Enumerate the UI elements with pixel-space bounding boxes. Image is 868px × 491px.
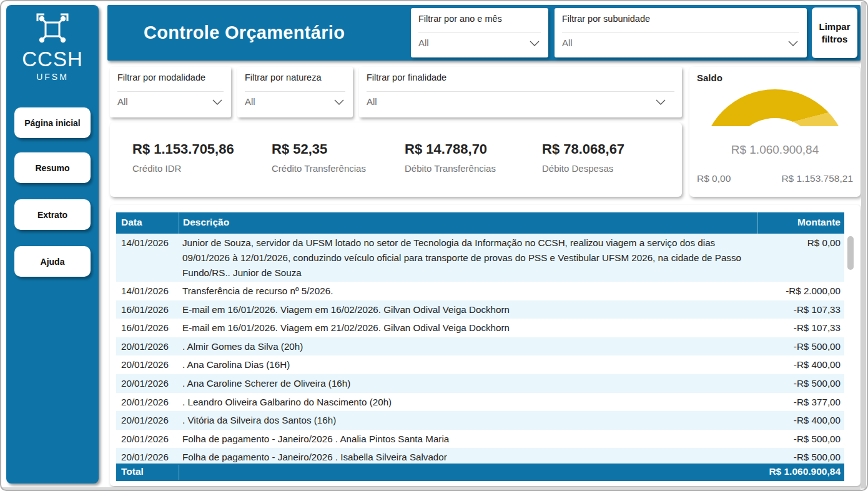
table-row[interactable]: 20/01/2026Folha de pagamento - Janeiro/2… [116, 448, 844, 464]
sidebar-item-resumo[interactable]: Resumo [14, 152, 91, 183]
slicer-finalidade-label: Filtrar por finalidade [367, 72, 446, 82]
kpi-label: Crédito Transferências [272, 163, 366, 174]
slicer-finalidade-value[interactable]: All [367, 96, 377, 107]
column-header-descricao[interactable]: Descrição [179, 212, 757, 234]
chevron-down-icon[interactable] [656, 99, 666, 106]
kpi-credito-idr: R$ 1.153.705,86 Crédito IDR [132, 141, 234, 174]
saldo-gauge-card: Saldo R$ 1.060.900,84 R$ 0,00 R$ 1.153.7… [689, 67, 861, 197]
sidebar-item-extrato[interactable]: Extrato [14, 199, 91, 230]
slicer-natureza-label: Filtrar por natureza [245, 72, 322, 82]
cell-data: 14/01/2026 [116, 282, 179, 300]
gauge-min-label: R$ 0,00 [697, 173, 731, 184]
chevron-down-icon[interactable] [530, 41, 540, 47]
gauge-title: Saldo [697, 72, 723, 83]
slicer-natureza: Filtrar por natureza All [237, 67, 353, 117]
kpi-label: Débito Transferências [405, 163, 496, 174]
slicer-ano-mes-value[interactable]: All [418, 37, 429, 48]
cell-data: 16/01/2026 [116, 319, 179, 337]
cell-montante: -R$ 107,33 [757, 319, 844, 337]
slicer-natureza-value[interactable]: All [245, 96, 255, 107]
kpi-label: Crédito IDR [132, 163, 234, 174]
kpi-value: R$ 14.788,70 [405, 141, 496, 157]
cell-descricao: . Ana Caroline Scherer de Oliveira (16h) [179, 374, 757, 392]
table-row[interactable]: 14/01/2026Junior de Souza, servidor da U… [116, 234, 844, 282]
kpi-value: R$ 1.153.705,86 [132, 141, 234, 157]
divider [117, 91, 224, 92]
logo-institution: UFSM [6, 72, 99, 82]
cell-montante: -R$ 377,00 [757, 393, 844, 411]
chevron-down-icon[interactable] [334, 99, 344, 106]
table-row[interactable]: 20/01/2026. Ana Carolina Dias (16H)-R$ 4… [116, 355, 844, 374]
cell-data: 14/01/2026 [116, 234, 179, 252]
gauge-max-label: R$ 1.153.758,21 [781, 173, 853, 184]
cell-descricao: Junior de Souza, servidor da UFSM lotado… [179, 234, 757, 282]
table-row[interactable]: 20/01/2026. Ana Caroline Scherer de Oliv… [116, 374, 844, 393]
cell-descricao: Folha de pagamento - Janeiro/2026 . Isab… [179, 448, 757, 464]
divider [367, 91, 674, 92]
page-title: Controle Orçamentário [144, 5, 345, 61]
clear-filters-button[interactable]: Limpar filtros [812, 7, 857, 58]
cell-data: 20/01/2026 [116, 355, 179, 374]
cell-descricao: Folha de pagamento - Janeiro/2026 . Anal… [179, 430, 757, 448]
sidebar: CCSH UFSM Página inicial Resumo Extrato … [6, 5, 99, 484]
slicer-ano-mes: Filtrar por ano e mês All [411, 8, 548, 57]
slicer-modalidade-value[interactable]: All [117, 96, 128, 107]
header-band: Controle Orçamentário Filtrar por ano e … [107, 5, 861, 61]
sidebar-item-ajuda[interactable]: Ajuda [14, 246, 91, 277]
table-row[interactable]: 16/01/2026E-mail em 16/01/2026. Viagem e… [116, 319, 844, 337]
cell-montante: -R$ 500,00 [757, 448, 844, 464]
column-header-data[interactable]: Data [116, 212, 179, 234]
sidebar-item-pagina-inicial[interactable]: Página inicial [14, 107, 91, 138]
cell-descricao: . Leandro Oliveira Galbarino do Nascimen… [179, 393, 757, 411]
table-row[interactable]: 20/01/2026. Leandro Oliveira Galbarino d… [116, 393, 844, 412]
cell-descricao: E-mail em 16/01/2026. Viagem em 21/02/20… [179, 319, 757, 337]
window-scrollbar-bottom[interactable] [2, 487, 861, 490]
kpi-credito-transferencias: R$ 52,35 Crédito Transferências [272, 141, 366, 174]
column-header-montante[interactable]: Montante [757, 212, 844, 234]
table-row[interactable]: 20/01/2026Folha de pagamento - Janeiro/2… [116, 430, 844, 449]
chevron-down-icon[interactable] [212, 99, 222, 106]
dashboard-page: CCSH UFSM Página inicial Resumo Extrato … [0, 0, 868, 491]
divider [418, 32, 541, 33]
slicer-subunidade-value[interactable]: All [562, 37, 573, 48]
logo-acronym: CCSH [6, 49, 99, 71]
gauge-value: R$ 1.060.900,84 [689, 143, 861, 157]
cell-descricao: E-mail em 16/01/2026. Viagem em 16/02/20… [179, 300, 757, 319]
slicer-modalidade: Filtrar por modalidade All [110, 67, 231, 117]
cell-montante: -R$ 2.000,00 [757, 282, 844, 300]
ccsh-logo: CCSH UFSM [6, 5, 99, 82]
slicer-modalidade-label: Filtrar por modalidade [117, 72, 205, 82]
cell-data: 20/01/2026 [116, 374, 179, 392]
table-row[interactable]: 20/01/2026. Almir Gomes da Silva (20h)-R… [116, 337, 844, 356]
cell-descricao: . Almir Gomes da Silva (20h) [179, 337, 757, 355]
cell-montante: -R$ 400,00 [757, 411, 844, 429]
kpi-debito-despesas: R$ 78.068,67 Débito Despesas [542, 141, 624, 174]
cell-descricao: Transferência de recurso nº 5/2026. [179, 282, 757, 300]
table-row[interactable]: 20/01/2026. Vitória da Silveira dos Sant… [116, 411, 844, 430]
chevron-down-icon[interactable] [788, 41, 798, 47]
kpi-card: R$ 1.153.705,86 Crédito IDR R$ 52,35 Cré… [110, 122, 682, 197]
divider [562, 32, 799, 33]
cell-data: 20/01/2026 [116, 430, 179, 448]
table-total-row: Total R$ 1.060.900,84 [116, 464, 844, 481]
kpi-debito-transferencias: R$ 14.788,70 Débito Transferências [405, 141, 496, 174]
table-row[interactable]: 16/01/2026E-mail em 16/01/2026. Viagem e… [116, 300, 844, 319]
cell-montante: R$ 0,00 [757, 234, 844, 252]
window-scrollbar-right[interactable] [861, 2, 866, 489]
kpi-value: R$ 52,35 [272, 141, 366, 157]
kpi-value: R$ 78.068,67 [542, 141, 624, 157]
table-row[interactable]: 14/01/2026Transferência de recurso nº 5/… [116, 282, 844, 300]
cell-data: 20/01/2026 [116, 393, 179, 411]
cell-data: 16/01/2026 [116, 300, 179, 319]
slicer-subunidade-label: Filtrar por subunidade [562, 14, 650, 24]
total-label: Total [121, 466, 144, 477]
cell-data: 20/01/2026 [116, 448, 179, 464]
slicer-subunidade: Filtrar por subunidade All [555, 8, 807, 57]
cell-montante: -R$ 500,00 [757, 374, 844, 392]
cell-data: 20/01/2026 [116, 411, 179, 429]
cell-data: 20/01/2026 [116, 337, 179, 355]
table-scrollbar-thumb[interactable] [847, 236, 854, 270]
ccsh-logo-icon [36, 12, 69, 46]
cell-montante: -R$ 500,00 [757, 430, 844, 448]
total-value: R$ 1.060.900,84 [769, 466, 841, 477]
